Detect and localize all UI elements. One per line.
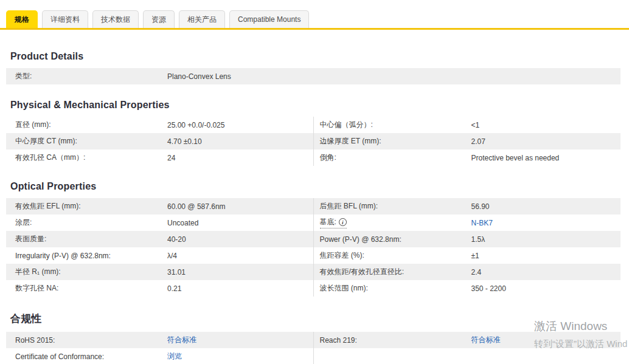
- tab-resources[interactable]: 资源: [143, 10, 175, 28]
- spec-value-na: 0.21: [167, 284, 185, 293]
- spec-row-coating: 涂层: Uncoated 基底: i N-BK7: [6, 215, 620, 231]
- spec-row-surface-quality: 表面质量: 40-20 Power (P-V) @ 632.8nm: 1.5λ: [6, 231, 620, 247]
- spec-label-surface-quality: 表面质量:: [6, 234, 167, 244]
- spec-label-na: 数字孔径 NA:: [6, 283, 167, 294]
- section-title-optical: Optical Properties: [10, 181, 620, 192]
- spec-value-fl-tolerance: ±1: [471, 252, 483, 260]
- spec-label-coating: 涂层:: [6, 218, 167, 228]
- spec-label-diameter: 直径 (mm):: [6, 120, 167, 130]
- tab-specs[interactable]: 规格: [6, 10, 38, 28]
- spec-value-efl: 60.00 @ 587.6nm: [167, 202, 229, 211]
- spec-value-centration: <1: [471, 121, 484, 129]
- reach-compliant-link[interactable]: 符合标准: [471, 335, 501, 344]
- section-title-physical: Physical & Mechanical Properties: [10, 100, 620, 111]
- spec-value-edge-thickness: 2.07: [471, 137, 489, 146]
- rohs-compliant-link[interactable]: 符合标准: [167, 335, 196, 344]
- spec-value-surface-quality: 40-20: [167, 235, 190, 244]
- coc-view-link[interactable]: 浏览: [167, 352, 182, 360]
- spec-row-type: 类型: Plano-Convex Lens: [6, 68, 620, 84]
- specs-content: Product Details 类型: Plano-Convex Lens Ph…: [0, 51, 629, 364]
- spec-row-efl: 有效焦距 EFL (mm): 60.00 @ 587.6nm 后焦距 BFL (…: [6, 198, 620, 215]
- spec-value-radius: 31.01: [167, 268, 189, 276]
- spec-value-bevel: Protective bevel as needed: [471, 154, 563, 162]
- spec-label-coc: Certificate of Conformance:: [6, 352, 167, 361]
- spec-value-bfl: 56.90: [471, 202, 493, 211]
- spec-label-power: Power (P-V) @ 632.8nm:: [314, 235, 471, 244]
- spec-value-center-thickness: 4.70 ±0.10: [167, 137, 206, 146]
- spec-label-fl-ca-ratio: 有效焦距/有效孔径直径比:: [314, 267, 471, 277]
- spec-row-clear-aperture: 有效孔径 CA（mm）: 24 倒角: Protective bevel as …: [6, 149, 620, 166]
- spec-row-coc: Certificate of Conformance: 浏览: [6, 348, 620, 364]
- substrate-tooltip-label[interactable]: 基底: i: [320, 217, 347, 228]
- section-title-compliance: 合规性: [10, 312, 620, 326]
- section-title-product-details: Product Details: [10, 51, 620, 62]
- spec-row-diameter: 直径 (mm): 25.00 +0.0/-0.025 中心偏（弧分）: <1: [6, 117, 620, 133]
- optical-table: 有效焦距 EFL (mm): 60.00 @ 587.6nm 后焦距 BFL (…: [6, 198, 620, 297]
- tab-details[interactable]: 详细资料: [42, 10, 88, 28]
- tab-technical-data[interactable]: 技术数据: [92, 10, 139, 28]
- spec-label-type: 类型:: [6, 71, 167, 81]
- spec-row-irregularity: Irregularity (P-V) @ 632.8nm: λ/4 焦距容差 (…: [6, 247, 620, 264]
- tab-related-products[interactable]: 相关产品: [179, 10, 225, 28]
- info-icon[interactable]: i: [339, 218, 347, 226]
- spec-label-centration: 中心偏（弧分）:: [314, 120, 471, 130]
- spec-label-bfl: 后焦距 BFL (mm):: [314, 201, 471, 211]
- spec-value-clear-aperture: 24: [167, 154, 179, 162]
- spec-label-efl: 有效焦距 EFL (mm):: [6, 201, 167, 211]
- spec-label-irregularity: Irregularity (P-V) @ 632.8nm:: [6, 252, 167, 260]
- physical-table: 直径 (mm): 25.00 +0.0/-0.025 中心偏（弧分）: <1 中…: [6, 117, 620, 166]
- tab-bar: 规格 详细资料 技术数据 资源 相关产品 Compatible Mounts: [0, 0, 629, 30]
- spec-row-center-thickness: 中心厚度 CT (mm): 4.70 ±0.10 边缘厚度 ET (mm): 2…: [6, 133, 620, 149]
- spec-row-radius: 半径 R₁ (mm): 31.01 有效焦距/有效孔径直径比: 2.4: [6, 264, 620, 280]
- substrate-link[interactable]: N-BK7: [471, 219, 493, 227]
- spec-label-clear-aperture: 有效孔径 CA（mm）:: [6, 153, 167, 163]
- spec-value-type: Plano-Convex Lens: [167, 72, 235, 81]
- spec-label-edge-thickness: 边缘厚度 ET (mm):: [314, 136, 471, 146]
- spec-label-rohs: RoHS 2015:: [6, 336, 167, 345]
- spec-value-diameter: 25.00 +0.0/-0.025: [167, 121, 228, 129]
- product-details-table: 类型: Plano-Convex Lens: [6, 68, 620, 84]
- spec-value-coating: Uncoated: [167, 219, 202, 227]
- spec-label-bevel: 倒角:: [314, 153, 471, 163]
- spec-label-radius: 半径 R₁ (mm):: [6, 267, 167, 277]
- spec-row-rohs: RoHS 2015: 符合标准 Reach 219: 符合标准: [6, 332, 620, 348]
- compliance-table: RoHS 2015: 符合标准 Reach 219: 符合标准 Certific…: [6, 332, 620, 364]
- spec-label-fl-tolerance: 焦距容差 (%):: [314, 250, 471, 261]
- spec-label-reach: Reach 219:: [314, 336, 471, 345]
- spec-value-irregularity: λ/4: [167, 252, 181, 260]
- spec-value-fl-ca-ratio: 2.4: [471, 268, 485, 276]
- spec-label-center-thickness: 中心厚度 CT (mm):: [6, 136, 167, 146]
- spec-value-wavelength-range: 350 - 2200: [471, 284, 510, 293]
- spec-value-power: 1.5λ: [471, 235, 489, 244]
- spec-label-substrate: 基底:: [320, 217, 336, 227]
- tab-compatible-mounts[interactable]: Compatible Mounts: [229, 10, 309, 28]
- spec-row-na: 数字孔径 NA: 0.21 波长范围 (nm): 350 - 2200: [6, 280, 620, 297]
- spec-label-wavelength-range: 波长范围 (nm):: [314, 283, 471, 294]
